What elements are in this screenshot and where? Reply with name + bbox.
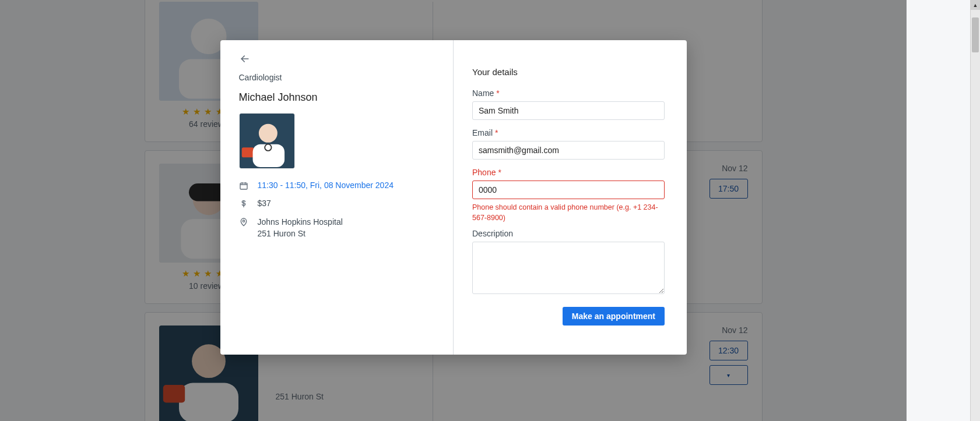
appointment-modal: Cardiologist Michael Johnson 11:30 - 11:… [220, 40, 687, 355]
svg-rect-18 [240, 183, 247, 189]
appointment-price: $37 [258, 199, 271, 208]
description-label: Description [472, 229, 668, 238]
svg-point-19 [243, 220, 244, 222]
required-asterisk: * [496, 89, 499, 98]
svg-rect-14 [241, 147, 254, 157]
modal-backdrop[interactable]: Cardiologist Michael Johnson 11:30 - 11:… [0, 0, 907, 421]
price-icon [239, 199, 248, 208]
svg-rect-16 [252, 144, 284, 167]
hospital-name: Johns Hopkins Hospital [258, 217, 343, 228]
phone-label: Phone* [472, 168, 668, 177]
calendar-icon [239, 181, 248, 190]
required-asterisk: * [498, 168, 501, 177]
make-appointment-button[interactable]: Make an appointment [563, 307, 665, 326]
required-asterisk: * [495, 128, 498, 137]
doctor-photo [239, 113, 295, 169]
phone-input[interactable] [472, 181, 665, 199]
email-label: Email* [472, 128, 668, 137]
appointment-location: Johns Hopkins Hospital 251 Huron St [258, 217, 343, 239]
description-input[interactable] [472, 242, 665, 294]
modal-left: Cardiologist Michael Johnson 11:30 - 11:… [220, 40, 454, 355]
modal-right: Your details Name* Email* Phone* Phone s… [454, 40, 687, 355]
name-label: Name* [472, 89, 668, 98]
form-title: Your details [472, 67, 668, 77]
scrollbar-thumb[interactable] [972, 17, 979, 52]
hospital-address: 251 Huron St [258, 228, 343, 240]
doctor-speciality: Cardiologist [239, 73, 435, 82]
appointment-datetime: 11:30 - 11:50, Fri, 08 November 2024 [258, 181, 394, 190]
scroll-up-button[interactable]: ▲ [971, 0, 980, 10]
location-icon [239, 217, 248, 227]
email-input[interactable] [472, 141, 665, 160]
phone-error-message: Phone should contain a valid phone numbe… [472, 203, 665, 223]
doctor-name: Michael Johnson [239, 91, 435, 104]
back-arrow-icon[interactable] [239, 53, 251, 65]
name-input[interactable] [472, 101, 665, 120]
browser-scrollbar[interactable]: ▲ [970, 0, 980, 421]
svg-point-15 [258, 124, 277, 143]
